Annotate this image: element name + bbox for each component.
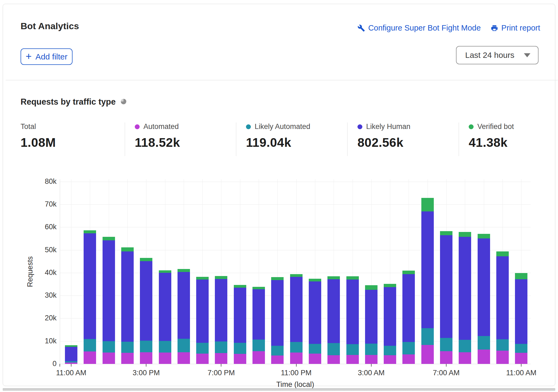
bar-segment-automated[interactable] xyxy=(290,353,303,364)
bar-segment-likely-human[interactable] xyxy=(215,279,227,341)
bar-segment-likely-automated[interactable] xyxy=(121,342,134,353)
bar-segment-automated[interactable] xyxy=(459,352,471,364)
bar-segment-verified-bot[interactable] xyxy=(234,285,246,288)
time-range-dropdown[interactable]: Last 24 hours xyxy=(456,46,539,64)
bar-segment-automated[interactable] xyxy=(178,352,190,364)
bar-segment-likely-human[interactable] xyxy=(103,240,115,341)
bar-segment-automated[interactable] xyxy=(402,354,415,364)
bar-segment-likely-human[interactable] xyxy=(365,290,378,344)
bar-segment-automated[interactable] xyxy=(252,351,265,364)
bar-segment-verified-bot[interactable] xyxy=(421,198,434,211)
bar-segment-verified-bot[interactable] xyxy=(84,230,96,233)
bar-segment-likely-human[interactable] xyxy=(121,251,134,342)
bar-segment-verified-bot[interactable] xyxy=(271,277,284,280)
bar-segment-likely-human[interactable] xyxy=(327,279,340,343)
bar-segment-likely-human[interactable] xyxy=(402,274,415,342)
bar-segment-likely-automated[interactable] xyxy=(496,339,509,351)
bar-segment-automated[interactable] xyxy=(121,353,134,364)
bar-segment-automated[interactable] xyxy=(140,352,152,364)
bar-segment-automated[interactable] xyxy=(421,345,434,364)
bar-segment-automated[interactable] xyxy=(234,354,246,364)
bar-segment-likely-automated[interactable] xyxy=(252,340,265,351)
bar-segment-likely-human[interactable] xyxy=(84,233,96,339)
bar-segment-likely-human[interactable] xyxy=(459,237,471,340)
bar-segment-verified-bot[interactable] xyxy=(346,276,359,280)
bar-segment-likely-automated[interactable] xyxy=(271,346,284,355)
bar-segment-verified-bot[interactable] xyxy=(159,270,171,273)
bar-segment-likely-human[interactable] xyxy=(346,280,359,344)
bar-segment-verified-bot[interactable] xyxy=(384,284,396,287)
bar-segment-automated[interactable] xyxy=(440,351,452,364)
bar-segment-verified-bot[interactable] xyxy=(496,251,509,257)
bar-segment-verified-bot[interactable] xyxy=(65,345,77,347)
bar-segment-automated[interactable] xyxy=(365,355,378,364)
bar-segment-verified-bot[interactable] xyxy=(140,258,152,261)
bar-segment-verified-bot[interactable] xyxy=(515,273,527,280)
bar-segment-likely-automated[interactable] xyxy=(290,342,303,353)
bar-segment-likely-human[interactable] xyxy=(65,347,77,361)
bar-segment-likely-automated[interactable] xyxy=(327,343,340,355)
bar-segment-likely-automated[interactable] xyxy=(421,328,434,345)
bar-segment-automated[interactable] xyxy=(103,353,115,364)
bar-segment-verified-bot[interactable] xyxy=(121,247,134,251)
bar-segment-likely-human[interactable] xyxy=(271,280,284,346)
bar-segment-automated[interactable] xyxy=(84,351,96,364)
print-report-link[interactable]: Print report xyxy=(491,24,540,32)
bar-segment-verified-bot[interactable] xyxy=(309,279,321,281)
bar-segment-verified-bot[interactable] xyxy=(402,271,415,274)
bar-segment-likely-automated[interactable] xyxy=(84,339,96,351)
bar-segment-likely-automated[interactable] xyxy=(215,341,227,353)
bar-segment-likely-human[interactable] xyxy=(440,235,452,338)
bar-segment-automated[interactable] xyxy=(159,353,171,364)
bar-segment-automated[interactable] xyxy=(327,355,340,364)
add-filter-button[interactable]: + Add filter xyxy=(21,48,73,65)
bar-segment-verified-bot[interactable] xyxy=(196,277,209,280)
bar-segment-likely-human[interactable] xyxy=(234,288,246,343)
bar-segment-verified-bot[interactable] xyxy=(327,276,340,279)
bar-segment-likely-human[interactable] xyxy=(496,256,509,339)
configure-super-bot-fight-mode-link[interactable]: Configure Super Bot Fight Mode xyxy=(357,24,481,32)
bar-segment-likely-automated[interactable] xyxy=(346,344,359,355)
bar-segment-likely-automated[interactable] xyxy=(459,340,471,352)
bar-segment-automated[interactable] xyxy=(65,363,77,364)
bar-segment-likely-automated[interactable] xyxy=(196,343,209,354)
bar-segment-likely-automated[interactable] xyxy=(478,336,490,350)
bar-segment-likely-human[interactable] xyxy=(196,280,209,343)
bar-segment-automated[interactable] xyxy=(496,351,509,364)
bar-segment-automated[interactable] xyxy=(196,354,209,364)
bar-segment-likely-automated[interactable] xyxy=(178,339,190,352)
bar-segment-verified-bot[interactable] xyxy=(478,234,490,238)
bar-segment-likely-human[interactable] xyxy=(290,277,303,342)
bar-segment-likely-automated[interactable] xyxy=(234,343,246,354)
bar-segment-likely-human[interactable] xyxy=(421,211,434,328)
bar-segment-verified-bot[interactable] xyxy=(252,287,265,289)
bar-segment-automated[interactable] xyxy=(271,356,284,364)
bar-segment-verified-bot[interactable] xyxy=(365,285,378,290)
bar-segment-likely-human[interactable] xyxy=(159,273,171,341)
bar-segment-automated[interactable] xyxy=(478,350,490,364)
bar-segment-likely-automated[interactable] xyxy=(140,341,152,352)
bar-segment-likely-human[interactable] xyxy=(178,272,190,339)
bar-segment-automated[interactable] xyxy=(384,355,396,364)
bar-segment-automated[interactable] xyxy=(515,353,527,364)
bar-segment-likely-automated[interactable] xyxy=(159,341,171,353)
bar-segment-automated[interactable] xyxy=(346,355,359,364)
bar-segment-likely-human[interactable] xyxy=(515,279,527,344)
bar-segment-likely-human[interactable] xyxy=(384,287,396,346)
bar-segment-automated[interactable] xyxy=(215,353,227,364)
bar-segment-verified-bot[interactable] xyxy=(459,232,471,237)
bar-segment-verified-bot[interactable] xyxy=(215,276,227,279)
bar-segment-likely-automated[interactable] xyxy=(440,338,452,351)
bar-segment-likely-automated[interactable] xyxy=(515,344,527,353)
bar-segment-likely-automated[interactable] xyxy=(103,341,115,353)
bar-segment-likely-automated[interactable] xyxy=(384,346,396,355)
bar-segment-verified-bot[interactable] xyxy=(103,237,115,240)
bar-segment-likely-human[interactable] xyxy=(309,281,321,344)
bar-segment-likely-automated[interactable] xyxy=(402,342,415,354)
bar-segment-automated[interactable] xyxy=(309,354,321,364)
bar-segment-verified-bot[interactable] xyxy=(178,269,190,272)
bar-segment-likely-automated[interactable] xyxy=(309,344,321,354)
bar-segment-verified-bot[interactable] xyxy=(440,231,452,235)
bar-segment-likely-human[interactable] xyxy=(478,238,490,336)
bar-segment-likely-automated[interactable] xyxy=(365,344,378,355)
